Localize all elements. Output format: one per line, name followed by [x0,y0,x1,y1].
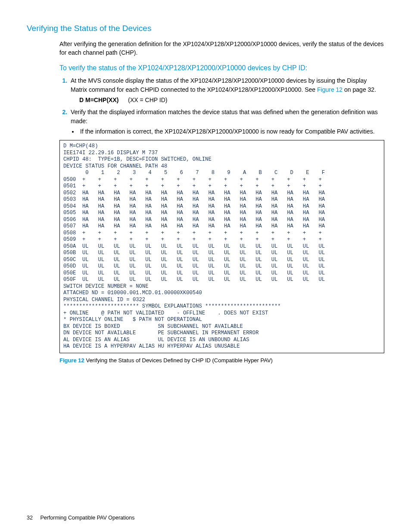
figure-label: Figure 12 [59,357,84,364]
footer-section-title: Performing Compatible PAV Operations [40,515,134,521]
section-heading: Verifying the Status of the Devices [27,22,384,34]
step-1-command-note: (XX = CHP ID) [128,96,167,103]
step-2: Verify that the displayed information ma… [69,108,384,136]
figure-caption-text: Verifying the Status of Devices Defined … [86,357,273,364]
step-2-text: Verify that the displayed information ma… [71,109,378,124]
intro-paragraph: After verifying the generation definitio… [59,40,384,57]
page-number: 32 [27,515,33,521]
page-footer: 32 Performing Compatible PAV Operations [27,514,134,522]
procedure-subheading: To verify the status of the XP1024/XP128… [59,63,384,73]
step-1-text-b: on page 32. [342,86,376,93]
figure-12-link[interactable]: Figure 12 [317,86,342,93]
step-1-command: D M=CHP(XX) [79,96,118,103]
step-1: At the MVS console display the status of… [69,76,384,104]
figure-caption: Figure 12 Verifying the Status of Device… [59,357,384,365]
step-2-bullet: If the information is correct, the XP102… [78,127,384,136]
terminal-output: D M=CHP(48) IEE174I 22.29.16 DISPLAY M 7… [59,140,384,353]
